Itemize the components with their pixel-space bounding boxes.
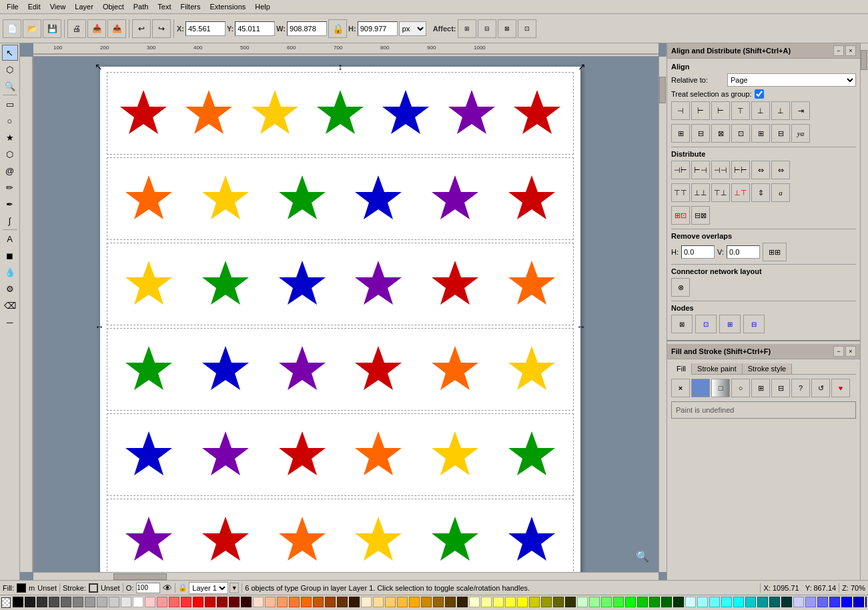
fill-linear-btn[interactable]: □ — [711, 379, 730, 397]
palette-color[interactable] — [529, 597, 540, 607]
connector-tool[interactable]: ─ — [2, 314, 18, 330]
pen-tool[interactable]: ✒ — [2, 196, 18, 212]
spray-tool[interactable]: ⚙ — [2, 281, 18, 297]
fill-pattern-btn[interactable]: ⊞ — [751, 379, 770, 397]
palette-color[interactable] — [709, 597, 720, 607]
align-2-6-btn[interactable]: ⊟ — [771, 124, 790, 143]
palette-color[interactable] — [337, 597, 348, 607]
horizontal-scrollbar[interactable] — [33, 572, 659, 580]
polygon-tool[interactable]: ⬡ — [2, 146, 18, 162]
palette-color[interactable] — [13, 597, 23, 607]
print-btn[interactable]: 🖨 — [67, 19, 86, 38]
handle-tl[interactable]: ↖ — [95, 61, 103, 72]
menu-text[interactable]: Text — [153, 1, 175, 12]
vertical-scrollbar[interactable] — [659, 57, 667, 572]
palette-color[interactable] — [697, 597, 708, 607]
nodes-2-btn[interactable]: ⊡ — [695, 315, 717, 333]
handle-tm[interactable]: ↕ — [338, 61, 343, 72]
unit-select[interactable]: px mm cm in — [399, 21, 426, 36]
palette-color[interactable] — [841, 597, 852, 607]
palette-color[interactable] — [745, 597, 756, 607]
connector-layout-btn[interactable]: ⊗ — [671, 278, 690, 297]
y-input[interactable] — [235, 21, 275, 36]
dist-1-3-btn[interactable]: ⊣⊣ — [711, 161, 730, 179]
palette-color[interactable] — [577, 597, 588, 607]
zoom-tool[interactable]: 🔍 — [2, 78, 18, 94]
star-tool[interactable]: ★ — [2, 129, 18, 145]
redo-btn[interactable]: ↪ — [152, 19, 171, 38]
align-ya-btn[interactable]: ya — [791, 124, 810, 143]
affect-size-btn[interactable]: ⊟ — [478, 19, 496, 38]
dist-1-6-btn[interactable]: ⇔ — [771, 161, 790, 179]
dist-3-1-btn[interactable]: ⊞⊡ — [671, 206, 690, 225]
menu-file[interactable]: File — [3, 1, 23, 12]
palette-color[interactable] — [301, 597, 312, 607]
opacity-input[interactable] — [136, 583, 160, 593]
palette-color[interactable] — [325, 597, 336, 607]
handle-tr[interactable]: ↗ — [578, 61, 586, 72]
gradient-tool[interactable]: ◼ — [2, 247, 18, 263]
fill-tab[interactable]: Fill — [671, 363, 692, 375]
palette-color[interactable] — [469, 597, 480, 607]
palette-color[interactable] — [589, 597, 600, 607]
dist-2-2-btn[interactable]: ⊥⊥ — [691, 183, 710, 202]
nodes-1-btn[interactable]: ⊠ — [671, 315, 693, 333]
palette-color[interactable] — [133, 597, 143, 607]
palette-color[interactable] — [277, 597, 288, 607]
handle-mr[interactable]: ↔ — [576, 321, 586, 332]
palette-color[interactable] — [229, 597, 240, 607]
align-left-edge-btn[interactable]: ⊣ — [671, 101, 690, 120]
circle-tool[interactable]: ○ — [2, 113, 18, 129]
import-btn[interactable]: 📥 — [87, 19, 106, 38]
palette-color[interactable] — [817, 597, 828, 607]
lock-aspect-btn[interactable]: 🔒 — [328, 19, 347, 38]
palette-color[interactable] — [781, 597, 792, 607]
palette-color[interactable] — [505, 597, 516, 607]
dist-2-5-btn[interactable]: ⇕ — [751, 183, 770, 202]
palette-color[interactable] — [145, 597, 155, 607]
spiral-tool[interactable]: @ — [2, 163, 18, 179]
align-panel-close[interactable]: × — [845, 45, 856, 56]
layer-lock-icon[interactable]: 🔒 — [178, 583, 187, 592]
palette-color[interactable] — [85, 597, 95, 607]
remove-overlaps-btn[interactable]: ⊞⊞ — [763, 243, 787, 261]
align-top-edge-btn[interactable]: ⊤ — [731, 101, 750, 120]
node-tool[interactable]: ⬡ — [2, 61, 18, 77]
canvas-scroll[interactable]: ↖ ↕ ↗ ↔ ↔ ↙ ↕ ↘ — [33, 57, 659, 572]
palette-color[interactable] — [625, 597, 636, 607]
dropper-tool[interactable]: 💧 — [2, 264, 18, 280]
palette-color[interactable] — [517, 597, 528, 607]
menu-object[interactable]: Object — [99, 1, 128, 12]
palette-color[interactable] — [265, 597, 276, 607]
select-tool[interactable]: ↖ — [2, 45, 18, 61]
palette-color[interactable] — [181, 597, 191, 607]
v-overlap-input[interactable] — [727, 245, 760, 259]
dist-3-2-btn[interactable]: ⊟⊠ — [691, 206, 710, 225]
palette-color[interactable] — [673, 597, 684, 607]
affect-nodes-btn[interactable]: ⊡ — [518, 19, 536, 38]
menu-filters[interactable]: Filters — [177, 1, 205, 12]
align-2-2-btn[interactable]: ⊟ — [691, 124, 710, 143]
dist-ya-btn[interactable]: a — [771, 183, 790, 202]
palette-color[interactable] — [481, 597, 492, 607]
x-input[interactable] — [185, 21, 226, 36]
align-2-1-btn[interactable]: ⊞ — [671, 124, 690, 143]
align-right-edge-btn[interactable]: ⊢ — [711, 101, 730, 120]
palette-color[interactable] — [73, 597, 83, 607]
palette-color[interactable] — [313, 597, 324, 607]
fill-unknown-btn[interactable]: ? — [791, 379, 810, 397]
palette-color[interactable] — [661, 597, 672, 607]
palette-color[interactable] — [421, 597, 432, 607]
palette-color[interactable] — [757, 597, 768, 607]
vscroll-thumb[interactable] — [659, 77, 666, 103]
affect-pos-btn[interactable]: ⊞ — [458, 19, 476, 38]
palette-color[interactable] — [553, 597, 564, 607]
zoom-to-fit-btn[interactable]: 🔍 — [636, 550, 649, 563]
stroke-style-tab[interactable]: Stroke style — [743, 363, 792, 374]
palette-color[interactable] — [361, 597, 372, 607]
dist-2-1-btn[interactable]: ⊤⊤ — [671, 183, 690, 202]
fill-radial-btn[interactable]: ○ — [731, 379, 750, 397]
align-center-v-btn[interactable]: ⊢ — [691, 101, 710, 120]
fill-stroke-panel-min[interactable]: − — [833, 346, 844, 357]
nodes-4-btn[interactable]: ⊟ — [743, 315, 765, 333]
